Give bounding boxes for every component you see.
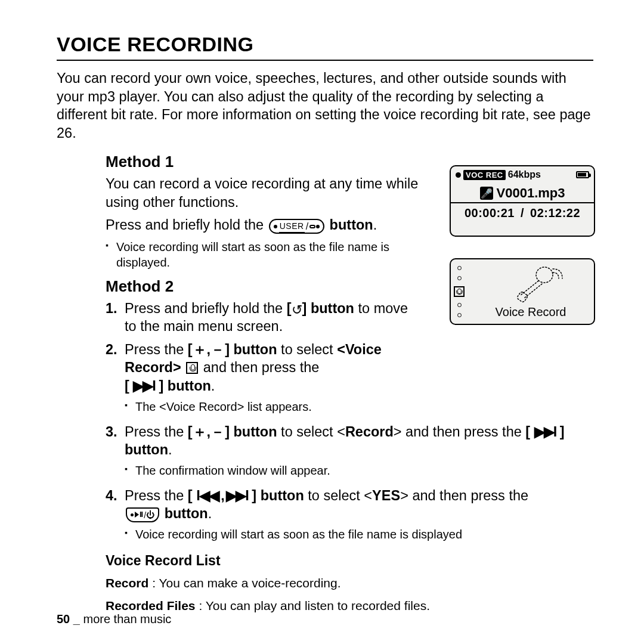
method2-step3: Press the [＋,－] button to select <Record… <box>106 423 593 478</box>
vrlist-recorded-files: Recorded Files : You can play and listen… <box>106 597 593 614</box>
bitrate-label: 64kbps <box>508 169 541 180</box>
method2-step3-note: The confirmation window will appear. <box>125 463 593 478</box>
vrlist-record: Record : You can make a voice-recording. <box>106 575 593 592</box>
user-rec-button-icon: USER/ <box>269 219 324 234</box>
section-label: more than music <box>83 612 172 626</box>
method1-note: Voice recording will start as soon as th… <box>106 239 439 270</box>
play-pause-power-button-icon: II/⏻ <box>126 507 159 522</box>
page-title: VOICE RECORDING <box>57 33 593 61</box>
battery-icon <box>576 171 589 178</box>
intro-text: You can record your own voice, speeches,… <box>57 69 593 142</box>
menu-dot-icon <box>457 266 462 270</box>
method1-desc: You can record a voice recording at any … <box>106 175 439 211</box>
method1-instruction: Press and briefly hold the USER/ button. <box>106 216 439 234</box>
method2-step4: Press the [ I◀◀ , ▶▶I ] button to select… <box>106 487 593 542</box>
method2-step1: Press and briefly hold the [↺] button to… <box>106 299 593 336</box>
page-footer: 50 _ more than music <box>57 612 171 626</box>
menu-mic-icon <box>454 286 465 297</box>
mic-icon <box>186 362 198 374</box>
total-time: 02:12:22 <box>530 206 580 220</box>
elapsed-time: 00:00:21 <box>465 206 515 220</box>
voice-record-list-heading: Voice Record List <box>106 553 593 569</box>
filename-label: V0001.mp3 <box>497 185 565 201</box>
svg-point-0 <box>536 267 553 283</box>
next-icon: ▶▶I <box>133 378 155 394</box>
time-sep: / <box>521 206 524 220</box>
prev-next-icon: I◀◀ , ▶▶I <box>196 488 248 503</box>
method2-step2: Press the [＋,－] button to select <Voice … <box>106 340 593 414</box>
menu-dot-icon <box>457 276 462 280</box>
next-icon: ▶▶I <box>534 424 556 439</box>
screen-recording: VOC REC 64kbps 🎤 V0001.mp3 00:00:21 / 02… <box>450 165 595 237</box>
method2-step2-note: The <Voice Record> list appears. <box>125 399 593 414</box>
method2-step4-note: Voice recording will start as soon as th… <box>125 527 593 542</box>
page-number: 50 <box>57 612 70 626</box>
mic-icon: 🎤 <box>480 187 493 200</box>
record-dot-icon <box>456 172 461 178</box>
back-icon: ↺ <box>292 304 302 317</box>
voc-rec-badge: VOC REC <box>463 170 506 180</box>
